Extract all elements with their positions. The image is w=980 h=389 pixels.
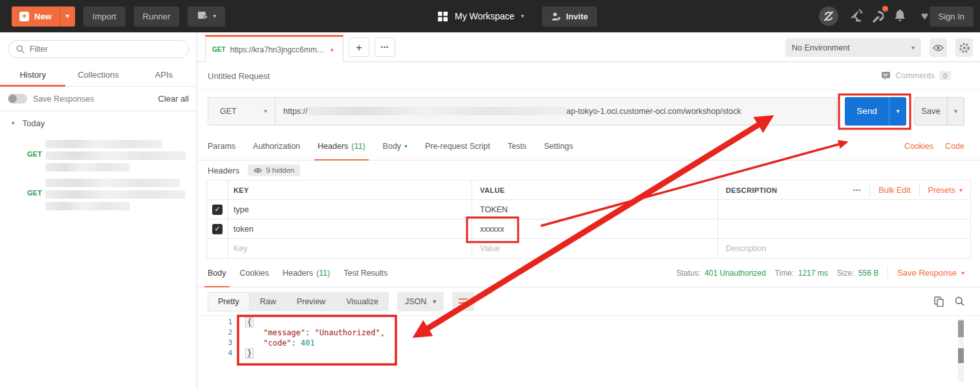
view-mode-switch: Pretty Raw Preview Visualize [208,292,389,311]
code-line: 4 } [197,348,980,359]
tab-authorization[interactable]: Authorization [253,132,300,160]
chevron-down-icon: ▾ [954,108,957,115]
wrap-lines-button[interactable] [452,292,474,311]
open-request-tab[interactable]: GET https://kra7hn3jngcc6mmh7wq… ● [205,35,343,62]
close-brace[interactable]: } [245,348,254,359]
tab-tests[interactable]: Tests [508,132,527,160]
send-options-dropdown[interactable]: ▾ [889,97,906,126]
copy-response-button[interactable] [934,296,944,307]
response-editor[interactable]: 1 { 2 "message": "Unauthorized", 3 "code… [197,316,980,387]
response-tab-headers[interactable]: Headers (11) [283,259,331,287]
redacted-text [45,163,130,172]
json-key: "code" [263,339,291,348]
value-placeholder: Value [480,244,500,253]
table-row-empty: Key Value Description [207,239,970,258]
editor-scrollbar-thumb[interactable] [958,320,964,337]
tab-body[interactable]: Body ● [383,132,408,160]
setup-wrench-icon[interactable] [871,8,886,24]
new-tab-button[interactable]: + [349,38,369,57]
tab-params[interactable]: Params [208,132,235,160]
open-brace[interactable]: { [245,317,254,328]
response-headers-count: (11) [316,269,330,278]
eye-icon [933,44,944,52]
response-tab-body[interactable]: Body [208,259,226,287]
mode-preview[interactable]: Preview [287,292,336,311]
chevron-down-icon: ▾ [896,108,899,115]
environment-quick-look-button[interactable] [930,38,947,57]
new-dropdown[interactable]: ▾ [60,6,75,27]
tab-history[interactable]: History [0,63,65,86]
redacted-url-segment [308,107,567,115]
heart-icon[interactable]: ♥ [921,9,928,23]
code-line: 1 { [197,317,980,328]
history-group-today[interactable]: ▾ Today [0,111,197,135]
new-button[interactable]: + New ▾ [12,6,75,27]
row-checkbox-checked[interactable]: ✓ [212,224,223,234]
send-button[interactable]: Send [845,97,889,126]
header-value: TOKEN [480,205,508,214]
search-response-button[interactable] [955,296,964,306]
request-section-tabs: Params Authorization Headers (11) Body ●… [197,132,980,161]
editor-scrollbar-thumb[interactable] [958,348,964,363]
import-button[interactable]: Import [83,6,125,27]
chevron-down-icon: ▾ [264,108,267,115]
new-window-button[interactable]: ▾ [188,6,225,27]
environment-selector[interactable]: No Environment ▾ [785,38,921,57]
presets-dropdown[interactable]: Presets ▾ [928,186,963,195]
workspace-switcher[interactable]: My Workspace ▾ [437,11,524,22]
format-selector[interactable]: JSON ▾ [397,292,444,311]
notifications-bell-icon[interactable] [893,8,907,24]
method-badge: GET [212,46,226,53]
chevron-down-icon: ▾ [521,13,524,19]
time-value: 1217 ms [798,269,828,278]
header-value: xxxxxx [480,225,505,234]
plus-icon: + [356,42,362,53]
tab-options-button[interactable]: ••• [375,38,395,57]
save-options-dropdown[interactable]: ▾ [947,98,964,125]
mode-raw[interactable]: Raw [250,292,287,311]
clear-all-link[interactable]: Clear all [158,94,189,104]
runner-button[interactable]: Runner [134,6,180,27]
satellite-icon[interactable] [848,8,864,24]
tab-title: https://kra7hn3jngcc6mmh7wq… [230,45,326,54]
chevron-down-icon: ▾ [433,298,436,305]
key-placeholder: Key [234,244,248,253]
row-checkbox-checked[interactable]: ✓ [212,205,223,215]
mode-visualize[interactable]: Visualize [336,292,389,311]
save-button[interactable]: Save [915,98,947,125]
more-icon[interactable]: ••• [853,187,861,194]
tab-headers[interactable]: Headers (11) [318,132,365,160]
more-icon: ••• [381,44,389,50]
tab-prerequest-script[interactable]: Pre-request Script [425,132,490,160]
cookies-link[interactable]: Cookies [904,142,933,151]
invite-button[interactable]: Invite [542,6,597,27]
code-link[interactable]: Code [945,142,964,151]
url-input[interactable]: https:// ap-tokyo-1.oci.customer-oci.com… [276,107,836,116]
bulk-edit-link[interactable]: Bulk Edit [878,186,910,195]
request-tabstrip: GET https://kra7hn3jngcc6mmh7wq… ● + •••… [197,32,980,62]
plus-icon: + [19,12,29,21]
comments-button[interactable]: Comments 0 [881,71,951,80]
signin-button[interactable]: Sign In [930,6,974,27]
method-selector[interactable]: GET ▾ [208,98,276,125]
code-line: 3 "code": 401 [197,338,980,348]
history-item[interactable]: GET [0,173,197,212]
filter-input[interactable] [30,45,180,54]
history-item[interactable]: GET [0,135,197,173]
save-responses-toggle[interactable] [8,94,27,104]
mode-pretty[interactable]: Pretty [208,292,250,311]
tab-apis[interactable]: APIs [131,63,197,86]
hidden-headers-badge[interactable]: 9 hidden [248,164,300,176]
column-value: VALUE [480,186,505,194]
chevron-down-icon: ▾ [959,187,963,194]
save-response-button[interactable]: Save Response ▾ [897,268,964,278]
settings-button[interactable] [955,38,973,57]
response-tab-cookies[interactable]: Cookies [240,259,269,287]
tab-settings[interactable]: Settings [544,132,573,160]
tab-collections[interactable]: Collections [65,63,131,86]
request-title[interactable]: Untitled Request [208,71,270,81]
sync-disabled-icon[interactable] [818,6,839,27]
response-tab-test-results[interactable]: Test Results [343,259,387,287]
workspace-grid-icon [437,11,448,22]
header-key: type [234,205,249,214]
